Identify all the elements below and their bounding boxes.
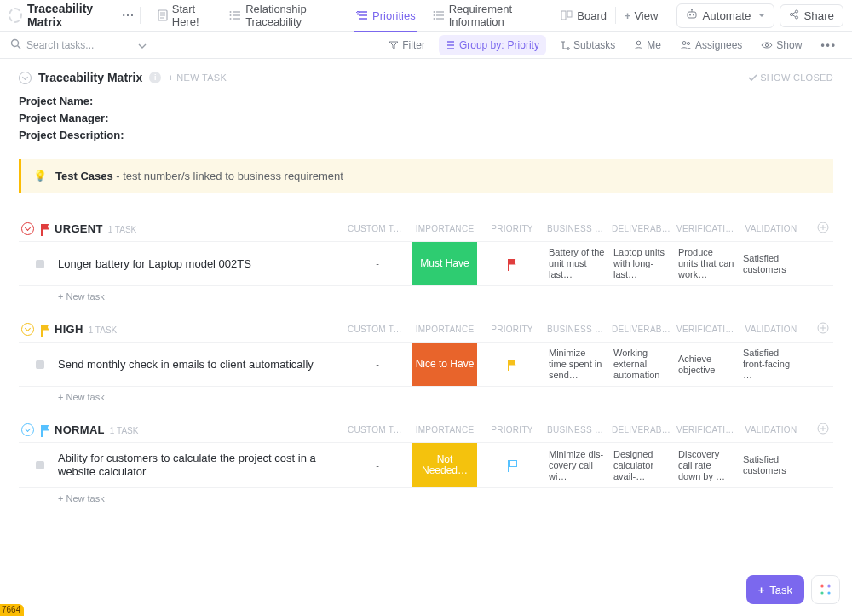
cell-priority[interactable]	[482, 443, 542, 487]
tab-requirement[interactable]: Requirement Information	[424, 0, 553, 32]
group-name: URGENT1 TASK	[55, 222, 343, 235]
group-toggle[interactable]	[19, 222, 49, 235]
filter-button[interactable]: Filter	[383, 36, 430, 55]
tab-board[interactable]: Board	[552, 0, 615, 32]
cell-verification[interactable]: Discovery call rate down by …	[676, 443, 736, 487]
add-column-button[interactable]	[806, 423, 840, 437]
svg-point-37	[766, 43, 769, 46]
show-button[interactable]: Show	[756, 36, 807, 55]
share-button[interactable]: Share	[780, 4, 843, 27]
cell-priority[interactable]	[482, 343, 542, 386]
col-importance: IMPORTANCE	[412, 425, 477, 435]
automate-label: Automate	[702, 9, 751, 22]
col-business-obj: BUSINESS OBJE…	[547, 325, 607, 334]
new-task-row[interactable]: + New task	[19, 387, 833, 402]
tab-priorities[interactable]: Priorities	[348, 0, 424, 32]
group-by-pill[interactable]: Group by: Priority	[439, 35, 546, 55]
plus-icon: +	[758, 584, 765, 596]
task-row[interactable]: Send monthly check in emails to client a…	[19, 342, 833, 387]
cell-importance[interactable]: Must Have	[412, 242, 477, 285]
add-column-button[interactable]	[806, 222, 840, 236]
importance-badge: Not Needed…	[412, 443, 477, 487]
cell-validation[interactable]: Satisfied front-facing …	[741, 343, 801, 386]
new-task-inline-button[interactable]: + NEW TASK	[168, 72, 227, 83]
tab-relationship[interactable]: Relationship Traceability	[221, 0, 348, 32]
more-menu-icon[interactable]: •••	[815, 36, 842, 55]
view-tabs: Start Here! Relationship Traceability Pr…	[149, 0, 667, 32]
flag-icon	[508, 460, 516, 470]
svg-line-29	[793, 12, 796, 14]
automate-button[interactable]: Automate	[676, 3, 774, 28]
cell-business-obj[interactable]: Battery of the unit must last…	[547, 242, 607, 285]
importance-badge: Nice to Have	[412, 343, 477, 386]
share-label: Share	[803, 9, 834, 22]
task-row[interactable]: Longer battery for Laptop model 002TS-Mu…	[19, 241, 833, 286]
show-closed-button[interactable]: SHOW CLOSED	[748, 72, 833, 83]
divider	[140, 7, 141, 24]
task-name[interactable]: Longer battery for Laptop model 002TS	[55, 242, 343, 285]
cell-validation[interactable]: Satisfied customers	[741, 443, 801, 487]
col-priority: PRIORITY	[482, 425, 542, 435]
project-name-label: Project Name:	[19, 93, 833, 110]
svg-line-32	[18, 45, 21, 49]
cell-deliverables[interactable]: Working exter­nal automation	[612, 343, 671, 386]
subtasks-button[interactable]: Subtasks	[555, 36, 620, 55]
col-deliverables: DELIVERABLES	[612, 425, 671, 435]
cell-verification[interactable]: Produce units that can work…	[676, 242, 736, 285]
status-toggle[interactable]	[19, 443, 49, 487]
col-custom-task-id: CUSTOM TASK ID	[348, 425, 407, 435]
task-name[interactable]: Ability for customers to calculate the p…	[55, 443, 343, 487]
apps-fab[interactable]	[811, 575, 840, 604]
cell-priority[interactable]	[482, 242, 542, 285]
search-input[interactable]	[26, 39, 129, 51]
col-importance: IMPORTANCE	[412, 325, 477, 334]
breadcrumb-more-icon[interactable]: ···	[122, 9, 135, 22]
cell-business-obj[interactable]: Minimize dis­covery call wi…	[547, 443, 607, 487]
group-toggle[interactable]	[19, 423, 49, 436]
col-validation: VALIDATION	[741, 425, 801, 435]
bulb-icon: 💡	[33, 170, 47, 182]
col-priority: PRIORITY	[482, 325, 542, 334]
collapse-icon[interactable]	[19, 72, 32, 84]
cell-custom-task-id[interactable]: -	[348, 443, 407, 487]
tab-label: Priorities	[372, 9, 416, 22]
add-column-button[interactable]	[806, 322, 840, 337]
status-toggle[interactable]	[19, 242, 49, 285]
chevron-down-icon[interactable]	[138, 38, 147, 51]
status-toggle[interactable]	[19, 343, 49, 386]
groups-host: URGENT1 TASKCUSTOM TASK IDIMPORTANCEPRIO…	[19, 216, 833, 504]
svg-point-7	[230, 11, 232, 13]
new-task-row[interactable]: + New task	[19, 286, 833, 302]
cell-custom-task-id[interactable]: -	[348, 343, 407, 386]
fab: + Task	[746, 575, 840, 604]
task-row[interactable]: Ability for customers to calculate the p…	[19, 442, 833, 488]
assignees-button[interactable]: Assignees	[675, 36, 747, 55]
cell-validation[interactable]: Satisfied customers	[741, 242, 801, 285]
group-by-label: Group by:	[459, 39, 504, 51]
add-view-button[interactable]: + View	[616, 0, 667, 32]
tab-label: Board	[577, 9, 607, 22]
group-icon	[446, 40, 456, 50]
flag-icon	[508, 360, 516, 370]
cell-importance[interactable]: Not Needed…	[412, 443, 477, 487]
breadcrumb-toolbar: Traceability Matrix ··· Start Here! Rela…	[0, 0, 852, 32]
search-icon	[10, 38, 21, 52]
cell-deliverables[interactable]: Laptop units with long-last…	[612, 242, 671, 285]
group-by-value: Priority	[508, 39, 539, 51]
priority-group: HIGH1 TASKCUSTOM TASK IDIMPORTANCEPRIORI…	[19, 317, 833, 402]
new-task-row[interactable]: + New task	[19, 488, 833, 504]
cell-verification[interactable]: Achieve objective	[676, 343, 736, 386]
new-task-fab[interactable]: + Task	[746, 575, 804, 604]
cell-custom-task-id[interactable]: -	[348, 242, 407, 285]
info-icon[interactable]: i	[149, 72, 161, 83]
tip-strong: Test Cases	[55, 170, 113, 182]
importance-badge: Must Have	[412, 242, 477, 285]
cell-business-obj[interactable]: Minimize time spent in send…	[547, 343, 607, 386]
cell-deliverables[interactable]: Designed cal­culator avail-…	[612, 443, 671, 487]
group-toggle[interactable]	[19, 323, 49, 336]
project-meta: Project Name: Project Manager: Project D…	[19, 93, 833, 144]
task-name[interactable]: Send monthly check in emails to client a…	[55, 343, 343, 386]
tab-start-here[interactable]: Start Here!	[149, 0, 221, 32]
me-button[interactable]: Me	[629, 36, 666, 55]
cell-importance[interactable]: Nice to Have	[412, 343, 477, 386]
